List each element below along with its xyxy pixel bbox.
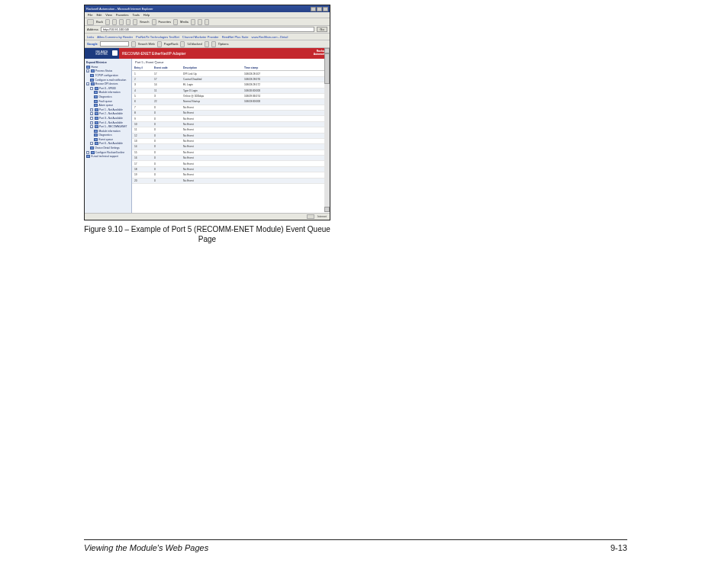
expand-icon[interactable]: – [90,142,93,145]
cell: 0 [152,172,181,178]
menu-tools[interactable]: Tools [132,13,139,17]
browser-titlebar: Rockwell Automation - Microsoft Internet… [85,5,330,12]
links-label: Links [87,35,94,39]
link-item[interactable]: ReedNet Plus Suite [222,35,249,39]
tree-node-label: Port 2 - Not Available [99,112,123,115]
folder-icon [86,66,90,69]
cell: 0 [152,150,181,155]
menu-view[interactable]: View [105,13,112,17]
address-input[interactable]: http://10.91.100.50/ [101,27,314,32]
expand-icon[interactable]: – [90,125,93,128]
cell: 22 [152,99,181,105]
autofill-icon[interactable] [205,41,209,47]
table-row: 622Normal Startup168.03:00:000 [132,99,330,105]
link-item[interactable]: Allen-Cummins by Reeder [97,35,133,39]
popup-blocked-icon[interactable] [180,41,185,47]
folder-icon [94,138,98,141]
expand-icon[interactable]: – [90,112,93,115]
cell: 11 [152,88,181,93]
expand-icon[interactable]: – [86,82,89,85]
tree-node-label: Port 0 - SP600 [99,87,116,90]
maximize-icon[interactable] [317,7,322,11]
google-searchweb-label[interactable]: Search Web [138,42,155,46]
link-item[interactable]: Channel Marketer Provider [182,35,219,39]
expand-icon[interactable]: – [90,121,93,124]
home-button[interactable] [126,19,130,25]
favorites-icon[interactable] [152,19,156,25]
expand-icon[interactable]: – [90,108,93,111]
cell: 6 [132,99,152,105]
back-button[interactable] [87,19,94,25]
expand-icon[interactable]: – [86,151,89,154]
tree-node-label: Alarm queue [99,104,114,107]
close-icon[interactable] [323,7,328,11]
tree-node-label: Fault queue [99,100,112,103]
browser-toolbar: Back Search Favorites Media [85,18,330,26]
cell: 168.03:28:076 [242,76,330,82]
table-row: 117DPI Link Up168.03:28:107 [132,71,330,76]
forward-button[interactable] [105,19,110,25]
scroll-down-icon[interactable] [324,207,330,212]
tree-node[interactable]: –Configure Rockwell online [86,150,130,155]
link-item[interactable]: www.RecMain.com - Detail [252,35,288,39]
go-label: Go [320,27,324,31]
media-icon[interactable] [173,19,178,25]
cell: No Event [181,156,242,161]
menu-file[interactable]: File [88,13,92,17]
folder-icon [94,95,98,98]
cell: No Event [181,105,242,110]
cell: 168.00:00:000 [242,88,330,93]
history-button[interactable] [191,19,195,25]
cell [242,121,330,127]
tree-node[interactable]: Configure e-mail notification [86,78,130,82]
options-label[interactable]: Options [218,42,229,46]
folder-icon [94,130,98,133]
cell: No Event [181,172,242,178]
scroll-up-icon[interactable] [324,48,330,53]
cell: No Event [181,121,242,127]
cell: 14 [132,144,152,150]
expand-icon[interactable]: – [90,87,93,90]
table-row: 110No Event [132,127,330,133]
search-icon[interactable] [133,19,137,25]
product-banner: RELIANCE ELECTRIC RECOMM-ENET EtherNet/I… [85,48,330,59]
table-row: 150No Event [132,150,330,155]
table-row: 160No Event [132,156,330,161]
expand-icon[interactable]: – [90,117,93,120]
cell: 12 [132,133,152,138]
cell: No Event [181,116,242,121]
zone-icon [307,214,314,219]
event-queue-table: Entry # Event code Description Time stam… [132,66,330,184]
cell: 0 [152,156,181,161]
cell: DPI Link Up [181,71,242,76]
scroll-thumb[interactable] [324,53,330,84]
options-icon[interactable] [211,41,216,47]
tree-node[interactable]: E-mail technical support [86,154,130,159]
browser-window: Rockwell Automation - Microsoft Internet… [85,5,330,220]
google-search-input[interactable] [100,41,129,47]
tree-node-label: Configure Rockwell online [95,151,124,154]
address-value: http://10.91.100.50/ [103,27,129,31]
tree-node-label: Diagnostics [99,95,112,98]
print-button[interactable] [205,19,209,25]
cell: 15 [132,150,152,155]
cell: 0 [152,127,181,133]
folder-icon [90,79,94,82]
vertical-scrollbar[interactable] [324,48,330,212]
mail-button[interactable] [198,19,202,25]
stop-button[interactable] [112,19,117,25]
refresh-button[interactable] [119,19,124,25]
menu-favorites[interactable]: Favorites [116,13,128,17]
menu-edit[interactable]: Edit [96,13,101,17]
nav-tree: Expand Minimize Home–Process StatusTCP/I… [85,59,132,220]
tree-node[interactable]: –Port 5 - RECOMM-ENET [86,124,130,129]
menu-help[interactable]: Help [143,13,150,17]
google-search-button[interactable] [131,41,136,47]
expand-icon[interactable]: – [86,69,89,72]
cell: 10 [132,121,152,127]
cell: 0 [152,166,181,172]
table-row: 120No Event [132,133,330,138]
go-button[interactable]: Go [317,27,327,32]
minimize-icon[interactable] [311,7,316,11]
link-item[interactable]: ProNet/Te Technologies TestNet [136,35,179,39]
